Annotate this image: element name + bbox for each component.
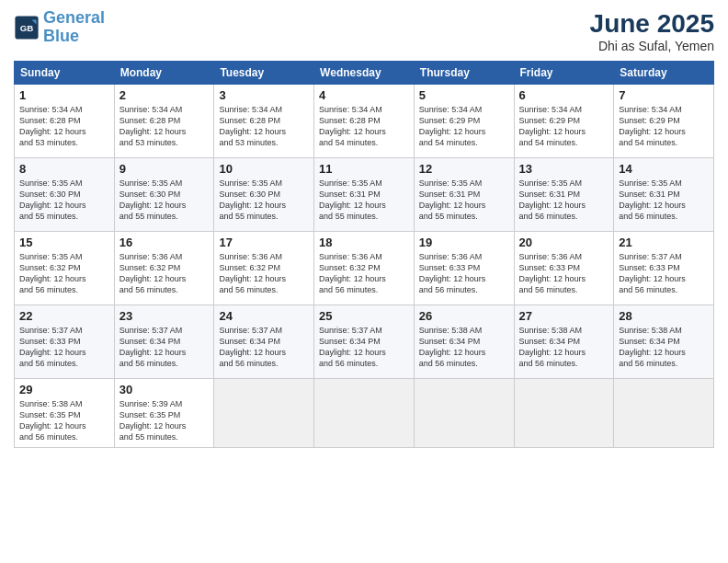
day-number: 10 [219, 162, 309, 176]
col-wednesday: Wednesday [314, 62, 415, 85]
table-row [614, 379, 714, 448]
table-row: 22Sunrise: 5:37 AMSunset: 6:33 PMDayligh… [15, 305, 115, 379]
table-row: 29Sunrise: 5:38 AMSunset: 6:35 PMDayligh… [15, 379, 115, 448]
table-row: 12Sunrise: 5:35 AMSunset: 6:31 PMDayligh… [414, 158, 514, 232]
table-row: 19Sunrise: 5:36 AMSunset: 6:33 PMDayligh… [414, 232, 514, 305]
day-info: Sunrise: 5:35 AMSunset: 6:31 PMDaylight:… [319, 178, 409, 223]
day-info: Sunrise: 5:35 AMSunset: 6:31 PMDaylight:… [419, 178, 509, 223]
day-number: 20 [519, 236, 609, 249]
table-row [314, 379, 415, 448]
day-info: Sunrise: 5:37 AMSunset: 6:33 PMDaylight:… [619, 251, 709, 296]
day-number: 18 [319, 236, 409, 249]
day-number: 3 [219, 88, 309, 102]
table-row: 17Sunrise: 5:36 AMSunset: 6:32 PMDayligh… [214, 232, 314, 305]
day-info: Sunrise: 5:38 AMSunset: 6:34 PMDaylight:… [519, 325, 609, 370]
day-number: 6 [519, 88, 609, 102]
table-row [414, 379, 514, 448]
title-block: June 2025 Dhi as Sufal, Yemen [590, 9, 714, 53]
calendar-table: Sunday Monday Tuesday Wednesday Thursday… [14, 61, 714, 448]
day-number: 21 [619, 236, 709, 249]
table-row: 6Sunrise: 5:34 AMSunset: 6:29 PMDaylight… [514, 85, 614, 158]
day-info: Sunrise: 5:38 AMSunset: 6:34 PMDaylight:… [419, 325, 509, 370]
table-row: 10Sunrise: 5:35 AMSunset: 6:30 PMDayligh… [214, 158, 314, 232]
day-number: 19 [419, 236, 509, 249]
calendar-header-row: Sunday Monday Tuesday Wednesday Thursday… [15, 62, 714, 85]
day-number: 23 [119, 309, 210, 323]
day-info: Sunrise: 5:35 AMSunset: 6:30 PMDaylight:… [219, 178, 309, 223]
day-number: 4 [319, 88, 409, 102]
day-info: Sunrise: 5:38 AMSunset: 6:34 PMDaylight:… [619, 325, 709, 370]
day-info: Sunrise: 5:35 AMSunset: 6:32 PMDaylight:… [19, 251, 109, 296]
col-sunday: Sunday [15, 62, 115, 85]
day-number: 30 [119, 383, 210, 396]
day-info: Sunrise: 5:34 AMSunset: 6:29 PMDaylight:… [519, 104, 609, 149]
day-number: 7 [619, 88, 709, 102]
day-number: 2 [119, 88, 210, 102]
table-row: 28Sunrise: 5:38 AMSunset: 6:34 PMDayligh… [614, 305, 714, 379]
day-info: Sunrise: 5:34 AMSunset: 6:28 PMDaylight:… [219, 104, 309, 149]
day-info: Sunrise: 5:35 AMSunset: 6:31 PMDaylight:… [619, 178, 709, 223]
day-info: Sunrise: 5:36 AMSunset: 6:33 PMDaylight:… [419, 251, 509, 296]
logo-text: General Blue [43, 9, 105, 46]
table-row: 21Sunrise: 5:37 AMSunset: 6:33 PMDayligh… [614, 232, 714, 305]
day-number: 14 [619, 162, 709, 176]
day-info: Sunrise: 5:34 AMSunset: 6:29 PMDaylight:… [419, 104, 509, 149]
month-title: June 2025 [590, 9, 714, 39]
day-info: Sunrise: 5:38 AMSunset: 6:35 PMDaylight:… [19, 398, 109, 443]
day-number: 11 [319, 162, 409, 176]
table-row: 4Sunrise: 5:34 AMSunset: 6:28 PMDaylight… [314, 85, 415, 158]
table-row: 18Sunrise: 5:36 AMSunset: 6:32 PMDayligh… [314, 232, 415, 305]
day-number: 9 [119, 162, 210, 176]
table-row: 16Sunrise: 5:36 AMSunset: 6:32 PMDayligh… [114, 232, 214, 305]
table-row: 7Sunrise: 5:34 AMSunset: 6:29 PMDaylight… [614, 85, 714, 158]
table-row: 15Sunrise: 5:35 AMSunset: 6:32 PMDayligh… [15, 232, 115, 305]
day-info: Sunrise: 5:39 AMSunset: 6:35 PMDaylight:… [119, 398, 210, 443]
col-thursday: Thursday [414, 62, 514, 85]
day-info: Sunrise: 5:36 AMSunset: 6:33 PMDaylight:… [519, 251, 609, 296]
calendar-week-4: 22Sunrise: 5:37 AMSunset: 6:33 PMDayligh… [15, 305, 714, 379]
day-number: 29 [19, 383, 109, 396]
day-info: Sunrise: 5:37 AMSunset: 6:34 PMDaylight:… [219, 325, 309, 370]
logo: GB General Blue [14, 9, 105, 46]
logo-blue: Blue [43, 27, 79, 45]
table-row: 23Sunrise: 5:37 AMSunset: 6:34 PMDayligh… [114, 305, 214, 379]
table-row: 3Sunrise: 5:34 AMSunset: 6:28 PMDaylight… [214, 85, 314, 158]
header: GB General Blue June 2025 Dhi as Sufal, … [14, 9, 714, 53]
day-info: Sunrise: 5:35 AMSunset: 6:31 PMDaylight:… [519, 178, 609, 223]
table-row: 14Sunrise: 5:35 AMSunset: 6:31 PMDayligh… [614, 158, 714, 232]
day-number: 5 [419, 88, 509, 102]
table-row: 27Sunrise: 5:38 AMSunset: 6:34 PMDayligh… [514, 305, 614, 379]
calendar-week-1: 1Sunrise: 5:34 AMSunset: 6:28 PMDaylight… [15, 85, 714, 158]
day-number: 13 [519, 162, 609, 176]
day-number: 15 [19, 236, 109, 249]
day-number: 12 [419, 162, 509, 176]
table-row: 30Sunrise: 5:39 AMSunset: 6:35 PMDayligh… [114, 379, 214, 448]
table-row: 1Sunrise: 5:34 AMSunset: 6:28 PMDaylight… [15, 85, 115, 158]
table-row: 8Sunrise: 5:35 AMSunset: 6:30 PMDaylight… [15, 158, 115, 232]
day-number: 1 [19, 88, 109, 102]
table-row: 24Sunrise: 5:37 AMSunset: 6:34 PMDayligh… [214, 305, 314, 379]
calendar-week-2: 8Sunrise: 5:35 AMSunset: 6:30 PMDaylight… [15, 158, 714, 232]
table-row [214, 379, 314, 448]
day-info: Sunrise: 5:34 AMSunset: 6:28 PMDaylight:… [319, 104, 409, 149]
col-friday: Friday [514, 62, 614, 85]
day-info: Sunrise: 5:34 AMSunset: 6:29 PMDaylight:… [619, 104, 709, 149]
day-number: 24 [219, 309, 309, 323]
day-number: 22 [19, 309, 109, 323]
calendar-week-3: 15Sunrise: 5:35 AMSunset: 6:32 PMDayligh… [15, 232, 714, 305]
table-row: 9Sunrise: 5:35 AMSunset: 6:30 PMDaylight… [114, 158, 214, 232]
table-row [514, 379, 614, 448]
day-info: Sunrise: 5:37 AMSunset: 6:34 PMDaylight:… [319, 325, 409, 370]
page-container: GB General Blue June 2025 Dhi as Sufal, … [0, 0, 728, 563]
day-info: Sunrise: 5:37 AMSunset: 6:33 PMDaylight:… [19, 325, 109, 370]
day-number: 26 [419, 309, 509, 323]
day-info: Sunrise: 5:34 AMSunset: 6:28 PMDaylight:… [19, 104, 109, 149]
day-info: Sunrise: 5:34 AMSunset: 6:28 PMDaylight:… [119, 104, 210, 149]
day-number: 16 [119, 236, 210, 249]
day-info: Sunrise: 5:36 AMSunset: 6:32 PMDaylight:… [119, 251, 210, 296]
logo-general: General [43, 8, 105, 27]
calendar-week-5: 29Sunrise: 5:38 AMSunset: 6:35 PMDayligh… [15, 379, 714, 448]
day-number: 25 [319, 309, 409, 323]
table-row: 20Sunrise: 5:36 AMSunset: 6:33 PMDayligh… [514, 232, 614, 305]
table-row: 5Sunrise: 5:34 AMSunset: 6:29 PMDaylight… [414, 85, 514, 158]
